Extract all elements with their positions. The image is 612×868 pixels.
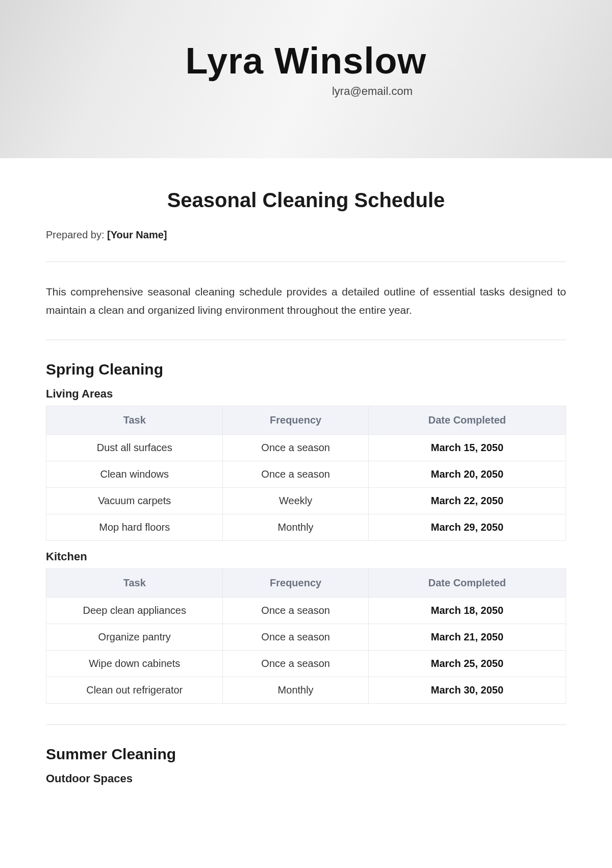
cell-date-completed: March 18, 2050 [368, 598, 566, 624]
subsection-title: Outdoor Spaces [46, 772, 566, 785]
cell-frequency: Monthly [223, 677, 368, 704]
divider [46, 724, 566, 725]
cell-frequency: Once a season [223, 598, 368, 624]
prepared-by-value: [Your Name] [107, 229, 167, 240]
table-row: Clean out refrigeratorMonthlyMarch 30, 2… [46, 677, 566, 704]
subsection-title: Living Areas [46, 387, 566, 401]
cell-task: Deep clean appliances [46, 598, 223, 624]
cell-frequency: Once a season [223, 651, 368, 677]
document-title: Seasonal Cleaning Schedule [46, 189, 566, 212]
document-header: Lyra Winslow lyra@email.com [0, 0, 612, 158]
table-row: Organize pantryOnce a seasonMarch 21, 20… [46, 624, 566, 651]
cell-frequency: Monthly [223, 514, 368, 541]
cell-task: Dust all surfaces [46, 435, 223, 461]
cell-frequency: Weekly [223, 488, 368, 514]
table-row: Dust all surfacesOnce a seasonMarch 15, … [46, 435, 566, 461]
prepared-by-line: Prepared by: [Your Name] [46, 229, 566, 241]
table-row: Deep clean appliancesOnce a seasonMarch … [46, 598, 566, 624]
cell-task: Mop hard floors [46, 514, 223, 541]
divider [46, 339, 566, 340]
cell-task: Wipe down cabinets [46, 651, 223, 677]
cell-date-completed: March 21, 2050 [368, 624, 566, 651]
cell-task: Organize pantry [46, 624, 223, 651]
section-title: Summer Cleaning [46, 746, 566, 763]
table-row: Vacuum carpetsWeeklyMarch 22, 2050 [46, 488, 566, 514]
table-header-task: Task [46, 406, 223, 435]
cell-frequency: Once a season [223, 624, 368, 651]
table-header-task: Task [46, 569, 223, 598]
table-row: Wipe down cabinetsOnce a seasonMarch 25,… [46, 651, 566, 677]
cell-date-completed: March 22, 2050 [368, 488, 566, 514]
table-row: Mop hard floorsMonthlyMarch 29, 2050 [46, 514, 566, 541]
intro-paragraph: This comprehensive seasonal cleaning sch… [46, 283, 566, 319]
cell-date-completed: March 25, 2050 [368, 651, 566, 677]
cell-date-completed: March 29, 2050 [368, 514, 566, 541]
cell-frequency: Once a season [223, 461, 368, 488]
section-title: Spring Cleaning [46, 361, 566, 378]
cell-task: Clean out refrigerator [46, 677, 223, 704]
cell-task: Vacuum carpets [46, 488, 223, 514]
table-header-date_completed: Date Completed [368, 569, 566, 598]
schedule-table: TaskFrequencyDate CompletedDust all surf… [46, 406, 566, 541]
divider [46, 261, 566, 262]
table-header-frequency: Frequency [223, 406, 368, 435]
schedule-table: TaskFrequencyDate CompletedDeep clean ap… [46, 568, 566, 704]
cell-task: Clean windows [46, 461, 223, 488]
prepared-by-label: Prepared by: [46, 229, 107, 240]
author-name: Lyra Winslow [186, 40, 427, 82]
cell-date-completed: March 15, 2050 [368, 435, 566, 461]
subsection-title: Kitchen [46, 550, 566, 563]
document-body: Seasonal Cleaning Schedule Prepared by: … [0, 158, 612, 811]
table-row: Clean windowsOnce a seasonMarch 20, 2050 [46, 461, 566, 488]
cell-frequency: Once a season [223, 435, 368, 461]
author-email: lyra@email.com [332, 85, 413, 98]
table-header-date_completed: Date Completed [368, 406, 566, 435]
table-header-frequency: Frequency [223, 569, 368, 598]
cell-date-completed: March 30, 2050 [368, 677, 566, 704]
cell-date-completed: March 20, 2050 [368, 461, 566, 488]
